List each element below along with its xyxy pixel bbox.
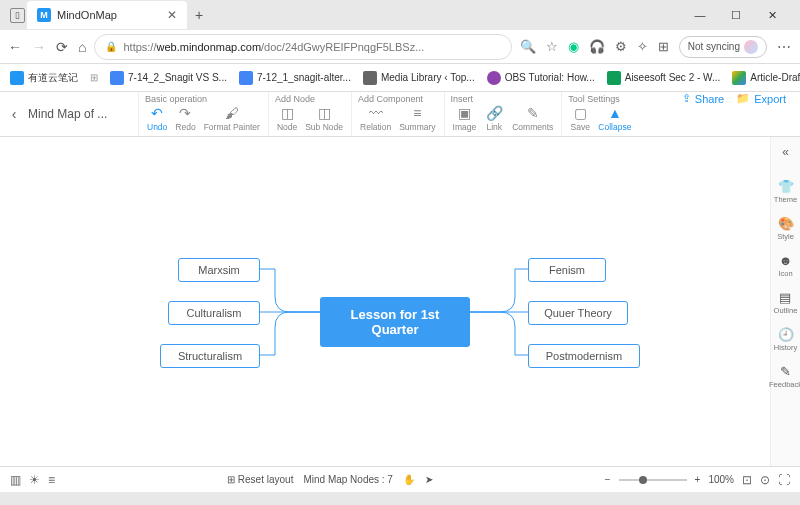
mindmap-node[interactable]: Fenism: [528, 258, 606, 282]
bookmark-item[interactable]: 7-14_2_Snagit VS S...: [110, 71, 227, 85]
sidebar-feedback-button[interactable]: ✎Feedback: [769, 364, 800, 389]
mindmap-node[interactable]: Structuralism: [160, 344, 260, 368]
search-in-page-icon[interactable]: 🔍: [520, 39, 536, 54]
reload-icon[interactable]: ⟳: [56, 39, 68, 55]
bookmark-item[interactable]: 7-12_1_snagit-alter...: [239, 71, 351, 85]
avatar-icon: [744, 40, 758, 54]
sidebar-icon-button[interactable]: ☻Icon: [778, 253, 792, 278]
share-button[interactable]: ⇪Share: [682, 92, 724, 105]
toolbar-summary-button[interactable]: ≡Summary: [397, 105, 437, 132]
toolbar-comments-button[interactable]: ✎Comments: [510, 105, 555, 132]
home-icon[interactable]: ⌂: [78, 39, 86, 55]
tab-title: MindOnMap: [57, 9, 117, 21]
puzzle-icon[interactable]: ✧: [637, 39, 648, 54]
toolbar-node-button[interactable]: ◫Node: [275, 105, 299, 132]
address-bar: ← → ⟳ ⌂ 🔒 https://web.mindonmap.com/doc/…: [0, 30, 800, 64]
status-bar: ▥ ☀ ≡ ⊞Reset layout Mind Map Nodes : 7 ✋…: [0, 466, 800, 492]
new-tab-button[interactable]: +: [189, 7, 209, 23]
nav-forward-icon[interactable]: →: [32, 39, 46, 55]
fullscreen-icon[interactable]: ⛶: [778, 473, 790, 487]
export-button[interactable]: 📁Export: [736, 92, 786, 105]
share-icon: ⇪: [682, 92, 691, 105]
document-title[interactable]: Mind Map of ...: [28, 92, 138, 136]
hand-pan-icon[interactable]: ✋: [403, 474, 415, 485]
settings-gear-icon[interactable]: ⚙: [615, 39, 627, 54]
collapse-icon: ▲: [608, 105, 622, 121]
bookmark-item[interactable]: Aiseesoft Sec 2 - W...: [607, 71, 721, 85]
url-field[interactable]: 🔒 https://web.mindonmap.com/doc/24dGwyRE…: [94, 34, 511, 60]
bookmark-icon: [10, 71, 24, 85]
undo-icon: ↶: [151, 105, 163, 121]
toolbar-group: Add Node◫Node◫Sub Node: [268, 92, 351, 136]
zoom-out-button[interactable]: −: [605, 474, 611, 485]
collections-icon[interactable]: ⊞: [658, 39, 669, 54]
nodes-count: Mind Map Nodes : 7: [303, 474, 393, 485]
theme-icon: 👕: [778, 179, 794, 194]
format-painter-icon: 🖌: [225, 105, 239, 121]
toolbar-format-painter-button[interactable]: 🖌Format Painter: [202, 105, 262, 132]
comments-icon: ✎: [527, 105, 539, 121]
browser-tab[interactable]: M MindOnMap ✕: [27, 1, 187, 29]
mindmap-node[interactable]: Culturalism: [168, 301, 260, 325]
doc-icon: [239, 71, 253, 85]
sidebar-theme-button[interactable]: 👕Theme: [774, 179, 797, 204]
style-icon: 🎨: [778, 216, 794, 231]
bookmark-item[interactable]: Media Library ‹ Top...: [363, 71, 475, 85]
grid-icon[interactable]: ≡: [48, 473, 55, 487]
bookmark-item[interactable]: Article-Drafts - Goo...: [732, 71, 800, 85]
sync-button[interactable]: Not syncing: [679, 36, 767, 58]
toolbar-link-button[interactable]: 🔗Link: [482, 105, 506, 132]
sidebar-outline-button[interactable]: ▤Outline: [774, 290, 798, 315]
center-icon[interactable]: ⊙: [760, 473, 770, 487]
mindmap-node[interactable]: Postmodernism: [528, 344, 640, 368]
toolbar-item-label: Undo: [147, 122, 167, 132]
cursor-icon[interactable]: ➤: [425, 474, 433, 485]
fit-icon[interactable]: ⊡: [742, 473, 752, 487]
zoom-slider[interactable]: [619, 479, 687, 481]
sub-node-icon: ◫: [318, 105, 331, 121]
export-icon: 📁: [736, 92, 750, 105]
toolbar-item-label: Format Painter: [204, 122, 260, 132]
toolbar-collapse-button[interactable]: ▲Collapse: [596, 105, 633, 132]
mindmap-node[interactable]: Quuer Theory: [528, 301, 628, 325]
extension-c-icon[interactable]: ◉: [568, 39, 579, 54]
feedback-icon: ✎: [780, 364, 791, 379]
close-tab-icon[interactable]: ✕: [167, 8, 177, 22]
headphones-icon[interactable]: 🎧: [589, 39, 605, 54]
presentation-icon[interactable]: ▥: [10, 473, 21, 487]
maximize-button[interactable]: ☐: [724, 9, 748, 22]
zoom-in-button[interactable]: +: [695, 474, 701, 485]
back-button[interactable]: ‹: [0, 92, 28, 136]
more-menu-icon[interactable]: ⋯: [777, 39, 792, 55]
toolbar-group-label: Add Node: [275, 94, 345, 104]
toolbar-save-button[interactable]: ▢Save: [568, 105, 592, 132]
mindmap-node[interactable]: Marxsim: [178, 258, 260, 282]
nav-back-icon[interactable]: ←: [8, 39, 22, 55]
tab-overview-button[interactable]: ▯: [10, 8, 25, 23]
wp-icon: [363, 71, 377, 85]
mindmap-canvas[interactable]: Lesson for 1st Quarter Marxsim Culturali…: [0, 137, 770, 492]
minimize-button[interactable]: —: [688, 9, 712, 22]
favorites-icon[interactable]: ☆: [546, 39, 558, 54]
toolbar-sub-node-button[interactable]: ◫Sub Node: [303, 105, 345, 132]
toolbar-item-label: Redo: [175, 122, 195, 132]
toolbar-group-label: Add Component: [358, 94, 438, 104]
toolbar-undo-button[interactable]: ↶Undo: [145, 105, 169, 132]
toolbar-image-button[interactable]: ▣Image: [451, 105, 479, 132]
sidebar-item-label: Style: [777, 232, 794, 241]
sidebar-style-button[interactable]: 🎨Style: [777, 216, 794, 241]
outline-icon: ▤: [779, 290, 791, 305]
close-window-button[interactable]: ✕: [760, 9, 784, 22]
bookmark-item[interactable]: 有道云笔记: [10, 71, 78, 85]
bookmark-item[interactable]: OBS Tutorial: How...: [487, 71, 595, 85]
sidebar-item-label: Theme: [774, 195, 797, 204]
center-node[interactable]: Lesson for 1st Quarter: [320, 297, 470, 347]
collapse-sidebar-icon[interactable]: «: [782, 145, 789, 159]
toolbar-relation-button[interactable]: 〰Relation: [358, 105, 393, 132]
toolbar-item-label: Summary: [399, 122, 435, 132]
toolbar-redo-button[interactable]: ↷Redo: [173, 105, 197, 132]
sidebar-history-button[interactable]: 🕘History: [774, 327, 797, 352]
reset-layout-button[interactable]: ⊞Reset layout: [227, 474, 294, 485]
node-icon: ◫: [281, 105, 294, 121]
sun-icon[interactable]: ☀: [29, 473, 40, 487]
